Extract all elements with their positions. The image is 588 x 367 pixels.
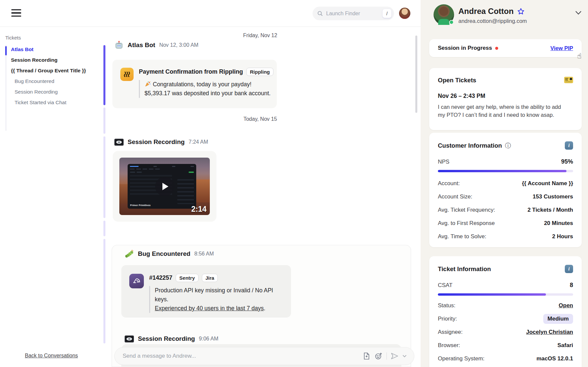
payment-line-2: $5,393.17 was deposited into your bank a… <box>145 89 273 98</box>
info-row-priority: Priority:Medium <box>438 312 573 326</box>
send-icon[interactable] <box>389 350 401 362</box>
status-open-link[interactable]: Open <box>559 302 573 309</box>
robot-icon <box>114 40 124 50</box>
message-header-session-recording-2: Session Recording 9:06 AM <box>125 334 218 343</box>
favorite-star-icon[interactable] <box>517 8 525 15</box>
session-status-label: Session in Progress <box>438 45 492 51</box>
play-button[interactable] <box>155 177 174 196</box>
csat-label: CSAT <box>438 282 452 289</box>
party-popper-icon <box>145 81 151 87</box>
message-sender: Session Recording <box>138 335 195 342</box>
info-row-account: Account:{{ Account Name }} <box>438 177 573 190</box>
send-options-chevron-icon[interactable] <box>401 350 408 362</box>
date-separator: Friday, Nov 12 <box>106 33 414 38</box>
date-separator: Today, Nov 15 <box>106 116 414 122</box>
customer-detail-panel: Andrea Cotton andrea.cotton@rippling.com… <box>421 0 588 367</box>
customer-email: andrea.cotton@rippling.com <box>458 18 527 24</box>
assignee-link[interactable]: Jocelyn Christian <box>526 329 573 335</box>
recorded-window-title: Primer Primitives <box>130 204 151 207</box>
sidebar-item-bug-encountered[interactable]: Bug Encountered <box>11 76 86 87</box>
thread-rail-active[interactable] <box>103 45 105 105</box>
message-header-bug-encountered: Bug Encountered 8:56 AM <box>125 249 214 258</box>
session-in-progress-card: Session in Progress View PIP ☝ <box>429 39 582 57</box>
info-row-browser: Browser:Safari <box>438 339 573 352</box>
message-sender: Bug Encountered <box>138 250 190 257</box>
csat-value: 8 <box>570 282 573 289</box>
composer-placeholder: Send a message to Andrew... <box>123 353 361 359</box>
bug-line-2-period: . <box>264 305 265 312</box>
emoji-icon[interactable] <box>373 350 384 362</box>
bug-line-1: Production API key missing or Invalid / … <box>155 286 284 304</box>
info-row-time-to-solve: Avg. Time to Solve:2 Hours <box>438 230 573 243</box>
payment-confirmation-card[interactable]: Payment Confirmation from Rippling Rippl… <box>112 60 277 108</box>
info-row-status: Status:Open <box>438 299 573 312</box>
payment-card-body: Congratulations, today is your payday! $… <box>139 80 273 98</box>
message-time: 9:06 AM <box>199 336 218 342</box>
csat-progress-bar <box>438 293 573 296</box>
thread-rail-segment <box>103 136 105 218</box>
vhs-cassette-icon <box>114 137 124 147</box>
thread-rail-segment <box>103 108 105 134</box>
jira-badge[interactable]: Jira <box>202 274 218 282</box>
online-status-dot <box>449 20 454 25</box>
message-composer[interactable]: Send a message to Andrew... <box>114 347 414 365</box>
session-recording-video-card: Primer Primitives 2:14 <box>113 151 216 222</box>
info-outline-icon[interactable]: ⓘ <box>505 142 511 150</box>
bug-caterpillar-icon <box>125 249 134 258</box>
sidebar-item-thread-title[interactable]: {{ Thread / Group Event Title }} <box>11 65 86 76</box>
message-sender: Atlas Bot <box>128 41 155 49</box>
ticket-icon <box>564 77 573 83</box>
recording-dot-icon <box>495 47 498 50</box>
chat-thread: Friday, Nov 12 Atlas Bot Nov 12, 3:00 AM… <box>106 0 414 367</box>
mouse-cursor-pointer: ☝ <box>577 52 581 60</box>
sidebar-section-label: Tickets <box>5 35 21 40</box>
customer-information-card: Customer Information ⓘ i NPS 95% Account… <box>429 133 582 247</box>
message-sender: Session Recording <box>128 138 185 146</box>
video-thumbnail[interactable]: Primer Primitives 2:14 <box>119 158 210 215</box>
info-row-os: Operating System:macOS 12.0.1 <box>438 352 573 365</box>
video-duration: 2:14 <box>191 205 206 214</box>
chat-scrollbar[interactable] <box>415 36 417 113</box>
info-row-assignee: Assignee:Jocelyn Christian <box>438 326 573 339</box>
ticket-message: I can never get any help, where is the a… <box>438 103 569 119</box>
sidebar-tree-line <box>6 45 6 131</box>
open-tickets-card: Open Tickets Nov 26 – 2:43 PM I can neve… <box>429 68 582 130</box>
sidebar-item-session-recording-2[interactable]: Session Recording <box>11 87 86 97</box>
customer-name: Andrea Cotton <box>458 7 514 16</box>
ticket-information-card: Ticket Information i CSAT 8 Status:Open … <box>429 256 582 367</box>
message-header-atlas-bot: Atlas Bot Nov 12, 3:00 AM <box>114 40 199 50</box>
bug-ticket-id: #142257 <box>149 274 172 281</box>
bug-ticket-card[interactable]: #142257 Sentry Jira Production API key m… <box>121 265 291 318</box>
info-row-ticket-frequency: Avg. Ticket Frequency:2 Tickets / Month <box>438 203 573 217</box>
customer-information-title: Customer Information <box>438 142 502 149</box>
message-time: Nov 12, 3:00 AM <box>159 42 198 48</box>
app-window: Launch Finder / Tickets Atlas Bot Sessio… <box>0 0 588 367</box>
sentry-badge[interactable]: Sentry <box>176 274 199 282</box>
menu-icon[interactable] <box>11 9 21 17</box>
ticket-information-title: Ticket Information <box>438 265 491 273</box>
collapse-panel-chevron-icon[interactable] <box>575 11 582 15</box>
thread-rail-segment <box>103 239 105 343</box>
rippling-logo-icon <box>120 68 134 81</box>
info-emoji-icon: i <box>565 141 573 150</box>
info-row-first-response: Avg. to First Response20 Minutes <box>438 217 573 230</box>
sidebar-active-indicator <box>5 46 7 55</box>
payment-card-title: Payment Confirmation from Rippling <box>139 68 243 75</box>
nps-value: 95% <box>561 158 573 165</box>
back-to-conversations-link[interactable]: Back to Conversations <box>25 353 78 359</box>
message-header-session-recording: Session Recording 7:24 AM <box>114 137 208 147</box>
nps-progress-bar <box>438 170 573 172</box>
sidebar-item-ticket-started[interactable]: Ticket Started via Chat <box>11 97 86 108</box>
bug-line-2-link[interactable]: Experienced by 40 users in the last 7 da… <box>155 305 264 312</box>
open-tickets-title: Open Tickets <box>438 77 476 84</box>
ticket-timestamp: Nov 26 – 2:43 PM <box>438 93 573 100</box>
priority-badge[interactable]: Medium <box>543 314 573 324</box>
sidebar-item-session-recording[interactable]: Session Recording <box>11 55 86 65</box>
view-pip-link[interactable]: View PIP <box>551 45 573 51</box>
attach-file-icon[interactable] <box>361 350 373 362</box>
bug-ticket-body: Production API key missing or Invalid / … <box>149 286 284 313</box>
rippling-badge: Rippling <box>246 68 273 76</box>
info-emoji-icon: i <box>565 265 573 273</box>
sidebar-item-atlas-bot[interactable]: Atlas Bot <box>11 44 86 55</box>
message-time: 7:24 AM <box>189 139 208 145</box>
